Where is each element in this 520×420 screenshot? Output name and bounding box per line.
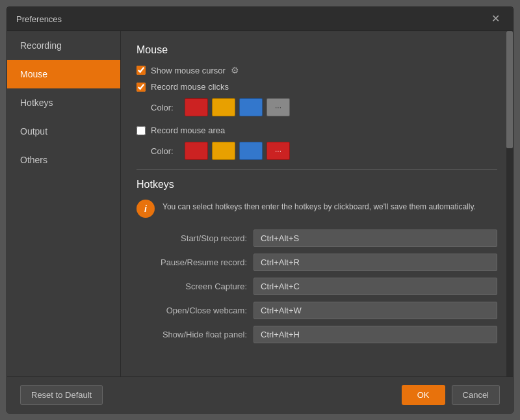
info-text: You can select hotkeys then enter the ho…	[162, 200, 476, 213]
show-cursor-row: Show mouse cursor ⚙	[136, 65, 497, 75]
info-icon: i	[136, 200, 155, 218]
gear-icon[interactable]: ⚙	[231, 65, 239, 75]
hotkey-row-0: Start/Stop record:	[136, 230, 497, 247]
hotkey-label-2: Screen Capture:	[136, 282, 247, 291]
record-clicks-row: Record mouse clicks	[136, 82, 497, 92]
dialog-title: Preferences	[16, 14, 62, 24]
area-color-row: Color: ···	[151, 142, 497, 160]
clicks-color-orange[interactable]	[212, 98, 235, 116]
hotkey-row-1: Pause/Resume record:	[136, 254, 497, 271]
hotkeys-section: Hotkeys i You can select hotkeys then en…	[136, 179, 497, 343]
close-button[interactable]: ✕	[488, 12, 504, 25]
sidebar-item-mouse[interactable]: Mouse	[7, 60, 120, 88]
section-divider	[136, 169, 497, 170]
area-color-orange[interactable]	[212, 142, 235, 160]
sidebar: Recording Mouse Hotkeys Output Others	[7, 31, 121, 376]
hotkey-row-2: Screen Capture:	[136, 278, 497, 295]
area-color-blue[interactable]	[239, 142, 263, 160]
record-clicks-label: Record mouse clicks	[151, 82, 229, 92]
hotkey-row-4: Show/Hide float panel:	[136, 326, 497, 343]
scrollbar-thumb[interactable]	[506, 31, 513, 148]
clicks-color-row: Color: ···	[151, 98, 497, 116]
hotkey-input-2[interactable]	[254, 278, 497, 295]
hotkey-input-3[interactable]	[254, 302, 497, 319]
hotkeys-section-title: Hotkeys	[136, 179, 497, 190]
sidebar-item-recording[interactable]: Recording	[7, 31, 120, 60]
area-color-more[interactable]: ···	[266, 142, 290, 160]
sidebar-item-output[interactable]: Output	[7, 117, 120, 146]
area-color-red[interactable]	[185, 142, 208, 160]
clicks-color-more[interactable]: ···	[266, 98, 290, 116]
hotkey-row-3: Open/Close webcam:	[136, 302, 497, 319]
hotkey-input-4[interactable]	[254, 326, 497, 343]
preferences-dialog: Preferences ✕ Recording Mouse Hotkeys Ou…	[6, 7, 514, 413]
info-box: i You can select hotkeys then enter the …	[136, 200, 497, 218]
content-area: Mouse Show mouse cursor ⚙ Record mouse c…	[121, 31, 513, 376]
hotkey-label-1: Pause/Resume record:	[136, 257, 247, 267]
clicks-color-blue[interactable]	[239, 98, 263, 116]
dialog-footer: Reset to Default OK Cancel	[7, 376, 513, 413]
record-clicks-checkbox[interactable]	[136, 83, 146, 92]
dialog-body: Recording Mouse Hotkeys Output Others Mo…	[7, 31, 513, 376]
footer-right: OK Cancel	[402, 385, 500, 405]
hotkey-input-0[interactable]	[254, 230, 497, 247]
clicks-color-red[interactable]	[185, 98, 208, 116]
reset-button[interactable]: Reset to Default	[20, 385, 103, 405]
mouse-section: Mouse Show mouse cursor ⚙ Record mouse c…	[136, 44, 497, 160]
record-area-row: Record mouse area	[136, 125, 497, 135]
sidebar-item-others[interactable]: Others	[7, 146, 120, 174]
record-area-checkbox[interactable]	[136, 126, 146, 135]
hotkey-input-1[interactable]	[254, 254, 497, 271]
scrollbar-track	[506, 31, 513, 376]
hotkey-label-3: Open/Close webcam:	[136, 306, 247, 315]
show-cursor-label: Show mouse cursor	[151, 66, 226, 75]
record-area-label: Record mouse area	[151, 125, 225, 135]
ok-button[interactable]: OK	[402, 385, 445, 405]
area-color-label: Color:	[151, 146, 178, 156]
mouse-section-title: Mouse	[136, 44, 497, 56]
cancel-button[interactable]: Cancel	[452, 385, 500, 405]
clicks-color-label: Color:	[151, 103, 178, 112]
hotkey-label-0: Start/Stop record:	[136, 233, 247, 243]
sidebar-item-hotkeys[interactable]: Hotkeys	[7, 88, 120, 117]
hotkey-label-4: Show/Hide float panel:	[136, 330, 247, 339]
show-cursor-checkbox[interactable]	[136, 66, 146, 75]
title-bar: Preferences ✕	[7, 7, 513, 31]
